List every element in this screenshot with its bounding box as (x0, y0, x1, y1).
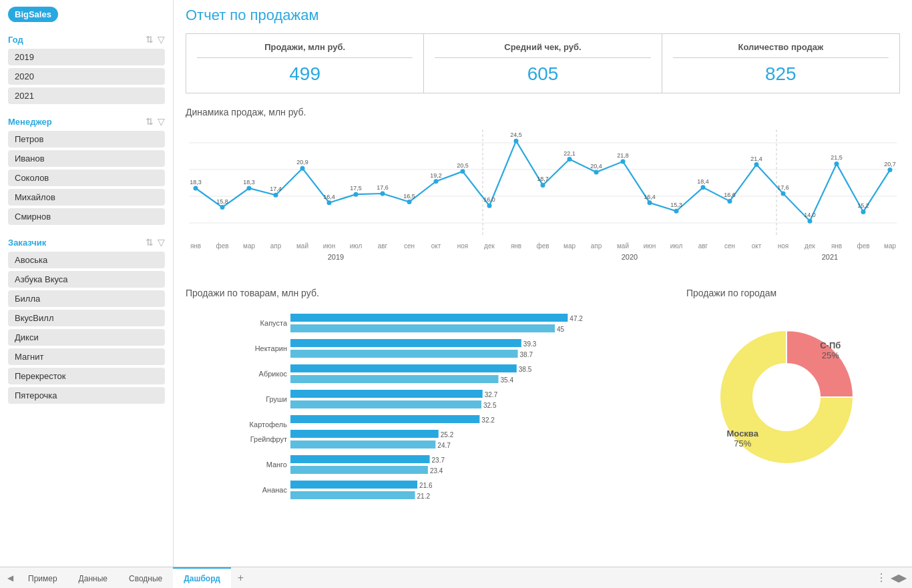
svg-text:Грейпфрут: Грейпфрут (250, 435, 287, 443)
svg-text:июл: июл (670, 242, 683, 250)
svg-point-56 (861, 210, 866, 214)
sidebar: BigSales Год ⇅ ▽ 2019 2020 2021 Менеджер… (0, 0, 174, 567)
tab-dashboard[interactable]: Дашборд (173, 567, 231, 588)
client-filter-item[interactable]: Азбука Вкуса (8, 271, 165, 288)
svg-point-48 (754, 162, 759, 167)
year-filter-section: Год ⇅ ▽ 2019 2020 2021 (8, 34, 165, 104)
client-filter-icon[interactable]: ▽ (158, 237, 165, 248)
svg-text:Капуста: Капуста (260, 319, 288, 327)
manager-filter-item[interactable]: Петров (8, 131, 165, 148)
svg-text:2021: 2021 (822, 253, 838, 261)
svg-text:38.5: 38.5 (519, 366, 532, 373)
tab-summary[interactable]: Сводные (118, 567, 173, 588)
svg-text:35.4: 35.4 (501, 376, 514, 384)
svg-text:20,5: 20,5 (457, 162, 469, 169)
svg-text:75%: 75% (734, 438, 751, 449)
svg-point-18 (354, 192, 359, 197)
line-chart-svg: 18,315,818,317,420,916,417,517,616,519,2… (186, 123, 900, 270)
svg-point-22 (407, 200, 412, 204)
svg-text:23.7: 23.7 (432, 457, 445, 464)
manager-filter-item[interactable]: Михайлов (8, 189, 165, 206)
svg-rect-106 (290, 390, 483, 398)
tab-prev-button[interactable]: ◀ (3, 567, 17, 588)
svg-text:20,4: 20,4 (590, 163, 602, 170)
year-sort-icon[interactable]: ⇅ (146, 34, 154, 45)
svg-rect-116 (290, 440, 435, 449)
tab-scroll-right-icon[interactable]: ◀▶ (891, 571, 907, 584)
kpi-card-avg: Средний чек, руб. 605 (424, 34, 662, 93)
client-filter-item[interactable]: Перекресток (8, 368, 165, 384)
client-filter-item[interactable]: Билла (8, 290, 165, 307)
svg-point-38 (621, 160, 626, 164)
svg-text:20,9: 20,9 (296, 159, 308, 166)
svg-text:янв: янв (511, 242, 521, 250)
svg-text:17,6: 17,6 (777, 184, 789, 191)
svg-point-6 (194, 186, 198, 191)
client-filter-icons: ⇅ ▽ (146, 237, 165, 248)
tab-add-button[interactable]: + (231, 567, 250, 588)
manager-filter-title: Менеджер (8, 117, 52, 127)
svg-text:16,4: 16,4 (323, 194, 335, 200)
manager-filter-item[interactable]: Соколов (8, 170, 165, 186)
svg-text:апр: апр (270, 242, 282, 250)
svg-point-24 (434, 179, 439, 184)
svg-text:16,5: 16,5 (403, 193, 415, 200)
client-filter-item[interactable]: Дикси (8, 329, 165, 346)
svg-point-16 (327, 200, 332, 205)
year-filter-icon[interactable]: ▽ (158, 34, 165, 45)
client-filter-item[interactable]: ВкусВилл (8, 310, 165, 326)
manager-filter-icon[interactable]: ▽ (158, 116, 165, 127)
tab-data[interactable]: Данные (68, 567, 118, 588)
year-filter-title: Год (8, 35, 23, 45)
client-filter-item[interactable]: Пятерочка (8, 387, 165, 404)
svg-point-58 (888, 168, 893, 172)
svg-text:24,5: 24,5 (510, 131, 522, 138)
svg-text:фев: фев (857, 242, 869, 250)
client-filter-section: Заказчик ⇅ ▽ Авоська Азбука Вкуса Билла … (8, 237, 165, 404)
svg-rect-91 (290, 314, 567, 322)
svg-point-54 (835, 162, 839, 166)
svg-text:23.4: 23.4 (430, 467, 443, 475)
svg-text:Нектарин: Нектарин (255, 344, 287, 352)
tab-options-icon[interactable]: ⋮ (876, 571, 887, 584)
svg-rect-103 (290, 375, 499, 383)
manager-filter-item[interactable]: Смирнов (8, 208, 165, 225)
svg-point-14 (300, 166, 305, 171)
client-filter-item[interactable]: Авоська (8, 252, 165, 268)
page-title: Отчет по продажам (186, 7, 900, 24)
svg-rect-124 (290, 481, 417, 489)
year-filter-header: Год ⇅ ▽ (8, 34, 165, 45)
manager-sort-icon[interactable]: ⇅ (146, 116, 154, 127)
svg-rect-121 (290, 466, 428, 474)
svg-point-36 (594, 170, 599, 175)
svg-text:2020: 2020 (622, 253, 638, 261)
client-filter-item[interactable]: Магнит (8, 348, 165, 365)
kpi-avg-label: Средний чек, руб. (435, 42, 650, 58)
svg-point-44 (701, 185, 706, 190)
year-filter-item[interactable]: 2020 (8, 68, 165, 85)
svg-text:32.2: 32.2 (481, 416, 495, 424)
svg-text:май: май (296, 242, 308, 250)
logo-wrap: BigSales (8, 7, 165, 22)
svg-text:ноя: ноя (457, 242, 469, 250)
svg-text:янв: янв (831, 242, 842, 250)
svg-point-34 (567, 157, 572, 162)
tab-primer[interactable]: Пример (17, 567, 68, 588)
svg-text:15,3: 15,3 (670, 202, 682, 208)
svg-rect-96 (290, 339, 521, 347)
bar-chart-svg: Капуста47.245Нектарин39.338.7Абрикос38.5… (186, 304, 676, 504)
client-sort-icon[interactable]: ⇅ (146, 237, 154, 248)
year-filter-item[interactable]: 2021 (8, 87, 165, 104)
svg-point-30 (514, 139, 519, 143)
manager-filter-header: Менеджер ⇅ ▽ (8, 116, 165, 127)
svg-text:сен: сен (404, 242, 415, 250)
client-filter-title: Заказчик (8, 238, 46, 248)
bar-chart-title: Продажи по товарам, млн руб. (186, 288, 676, 298)
kpi-count-value: 825 (673, 63, 889, 85)
svg-point-12 (274, 193, 278, 198)
manager-filter-item[interactable]: Иванов (8, 150, 165, 167)
svg-text:38.7: 38.7 (520, 351, 533, 358)
svg-rect-108 (290, 400, 481, 408)
logo: BigSales (8, 7, 58, 22)
year-filter-item[interactable]: 2019 (8, 49, 165, 65)
